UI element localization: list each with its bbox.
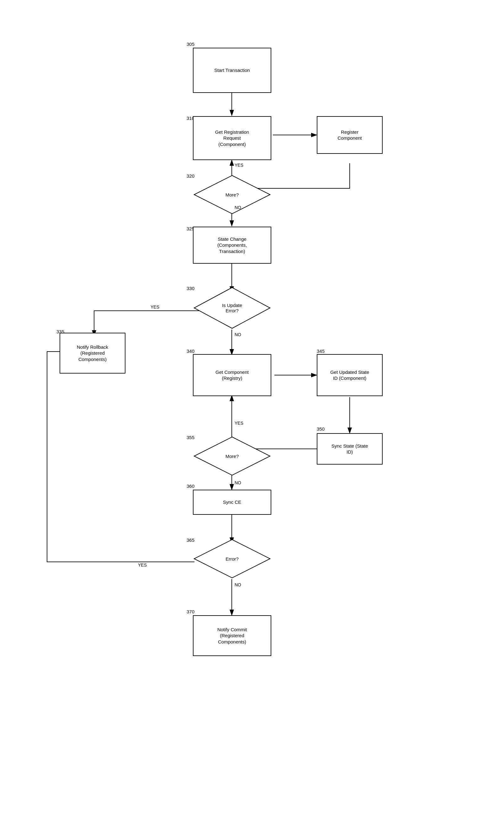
node-370-text: Notify Commit(RegisteredComponents) [217, 626, 247, 645]
node-get-component: Get Component(Registry) [193, 354, 271, 396]
arrow-label-no-365-370: NO [235, 582, 241, 587]
node-start-transaction: Start Transaction [193, 48, 271, 93]
node-345-text: Get Updated StateID (Component) [330, 369, 369, 382]
node-register-component: RegisterComponent [317, 116, 383, 154]
label-340: 340 [187, 349, 194, 354]
node-more-355: More? [193, 436, 271, 476]
label-345: 345 [317, 349, 324, 354]
arrow-label-yes-365-335: YES [138, 563, 147, 568]
label-305: 305 [187, 41, 194, 47]
node-is-update-error: Is UpdateError? [193, 286, 271, 330]
svg-marker-16 [194, 540, 270, 578]
arrow-label-yes-320-310: YES [235, 163, 243, 168]
node-state-change: State Change(Components,Transaction) [193, 227, 271, 264]
node-get-registration: Get RegistrationRequest(Component) [193, 116, 271, 160]
node-get-updated-state: Get Updated StateID (Component) [317, 354, 383, 396]
node-sync-state: Sync State (StateID) [317, 433, 383, 465]
arrow-label-yes-330-335: YES [151, 304, 159, 310]
svg-marker-14 [194, 288, 270, 328]
node-error: Error? [193, 538, 271, 579]
node-360-text: Sync CE [223, 499, 241, 505]
node-310-text: Get RegistrationRequest(Component) [215, 129, 249, 148]
node-notify-commit: Notify Commit(RegisteredComponents) [193, 615, 271, 656]
node-sync-ce: Sync CE [193, 490, 271, 515]
label-350: 350 [317, 426, 324, 432]
arrow-label-no-320-325: NO [235, 205, 241, 210]
node-350-text: Sync State (StateID) [332, 443, 368, 455]
flowchart: 305 310 315 320 325 330 335 340 345 350 … [0, 0, 504, 829]
node-305-text: Start Transaction [214, 67, 250, 73]
node-more-320: More? [193, 174, 271, 215]
node-notify-rollback: Notify Rollback(RegisteredComponents) [60, 333, 125, 373]
svg-marker-13 [194, 176, 270, 214]
arrow-label-yes-355-340: YES [235, 421, 243, 426]
node-335-text: Notify Rollback(RegisteredComponents) [77, 344, 108, 363]
svg-marker-15 [194, 437, 270, 475]
node-315-text: RegisterComponent [338, 129, 362, 141]
arrow-label-no-355-360: NO [235, 480, 241, 485]
node-340-text: Get Component(Registry) [216, 369, 249, 382]
label-360: 360 [187, 483, 194, 489]
node-325-text: State Change(Components,Transaction) [217, 236, 247, 255]
arrow-label-no-330-340: NO [235, 332, 241, 337]
label-370: 370 [187, 609, 194, 614]
